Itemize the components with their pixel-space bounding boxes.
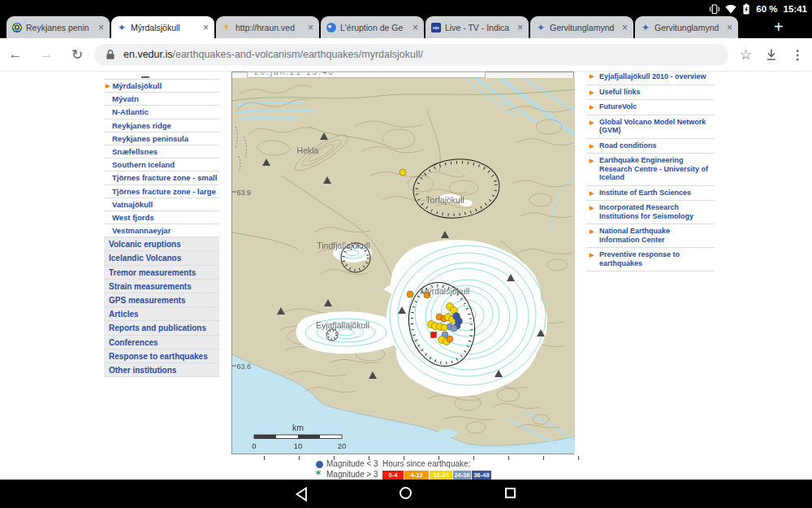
back-icon[interactable]: ← [0,46,31,63]
sidebar-item[interactable]: Southern Iceland [104,158,219,172]
sidebar-section-item[interactable]: Conferences [104,336,219,350]
browser-toolbar: ← → ↻ en.vedur.is/earthquakes-and-volcan… [0,38,812,72]
related-link[interactable]: ▶National Earthquake Information Center [586,224,715,248]
related-link[interactable]: ▶Global Volcano Model Network (GVM) [586,115,715,139]
new-tab-button[interactable]: + [774,19,784,35]
compass-icon: ✦ [641,23,650,33]
android-navbar [0,480,812,508]
clock: 15:41 [784,4,807,14]
url-path: /earthquakes-and-volcanism/earthquakes/m… [172,49,422,60]
tab-close-icon[interactable]: × [412,24,418,32]
android-home-button[interactable] [400,487,412,499]
sidebar-section-item[interactable]: Strain measurements [104,280,219,293]
hours-bin: 4-12 [404,471,429,480]
active-arrow-icon: ▶ [106,83,110,89]
lat-63-9: 63.9 [237,189,252,197]
tab-close-icon[interactable]: × [517,24,523,32]
android-back-button[interactable] [294,486,308,502]
earthquake-map: 20.jan.21 15:40 [231,72,574,454]
sidebar-item[interactable]: Vestmannaeyjar [104,224,219,237]
url-bar[interactable]: en.vedur.is/earthquakes-and-volcanism/ea… [94,44,728,66]
browser-tab[interactable]: ✦Gervitunglamynd× [530,16,633,38]
earthquake-marker [447,336,453,342]
tab-title: http://hraun.ved [235,23,304,33]
sidebar-item[interactable]: N-Atlantic [104,106,219,119]
link-arrow-icon: ▶ [590,72,594,81]
hours-bin: 24-36 [453,471,471,480]
sidebar-item[interactable]: Snæfellsnes [104,145,219,158]
legend-hours-title: Hours since earthquake: [382,459,470,468]
sidebar-section-item[interactable]: Response to earthquakes [104,350,219,363]
sidebar-item[interactable]: Tjörnes fracture zone - small [104,172,219,185]
hours-bin: 0-4 [382,471,404,480]
sidebar-section-item[interactable]: Other institutions [104,363,219,377]
menu-dots-icon[interactable]: ⋮ [791,47,804,63]
related-link[interactable]: ▶Institute of Earth Sciences [586,186,715,202]
tab-title: L'éruption de Ge [340,23,408,33]
sidebar-section-item[interactable]: Tremor measurements [104,266,219,280]
tab-close-icon[interactable]: × [308,24,313,32]
tab-close-icon[interactable]: × [203,24,209,32]
battery-percent: 60 % [756,4,777,14]
sidebar-section-item[interactable]: Articles [104,307,219,321]
android-recents-button[interactable] [505,488,516,498]
browser-tab[interactable]: rúvLive - TV - Indica× [425,16,529,38]
sidebar-section-item[interactable]: Icelandic Volcanos [104,251,219,265]
browser-tab[interactable]: ✦Gervitunglamynd× [635,16,738,38]
web-page: ▶MýrdalsjökullMývatnN-AtlanticReykjanes … [0,72,812,480]
scale-20: 20 [338,441,347,450]
label-tindfjallajokull: Tindfjallajökull [317,241,370,250]
sidebar-item[interactable]: Mývatn [104,93,219,106]
ruv-icon: rúv [431,23,441,33]
sidebar-item[interactable]: Reykjanes peninsula [104,132,219,145]
related-link[interactable]: ▶Road conditions [586,139,715,154]
tab-close-icon[interactable]: × [98,24,104,32]
browser-tab[interactable]: ☀http://hraun.ved× [216,16,319,38]
magnitude-star-icon: ✶ [314,468,322,478]
sidebar-item[interactable]: Tjörnes fracture zone - large [104,185,219,198]
link-arrow-icon: ▶ [590,204,594,213]
reload-icon[interactable]: ↻ [62,46,93,63]
related-link[interactable]: ▶Incorporated Research Institutions for … [586,201,715,224]
left-navigation: ▶MýrdalsjökullMývatnN-AtlanticReykjanes … [104,72,219,377]
tab-close-icon[interactable]: × [727,24,732,32]
download-icon[interactable] [765,48,778,61]
tab-strip: Reykjanes penin×✦Mýrdalsjökull×☀http://h… [0,15,812,38]
compass-icon: ✦ [117,23,127,33]
browser-tab[interactable]: L'éruption de Ge× [321,16,424,38]
browser-tab[interactable]: ✦Mýrdalsjökull× [111,16,214,38]
forward-icon[interactable]: → [31,46,62,63]
related-link[interactable]: ▶Earthquake Engineering Research Centre … [586,154,715,186]
link-arrow-icon: ▶ [590,142,594,151]
sidebar-section-item[interactable]: GPS measurements [104,293,219,307]
link-arrow-icon: ▶ [590,89,594,98]
earthquake-marker [441,324,447,331]
sidebar-item[interactable]: Vatnajökull [104,198,219,211]
vibrate-icon [710,4,719,15]
tab-title: Gervitunglamynd [550,23,618,33]
related-link[interactable]: ▶Preventive response to earthquakes [586,248,715,271]
map-image: Hekla Torfajökull Tindfjallajökull Mýrda… [232,78,575,454]
vedur-logo-icon [12,23,22,33]
sidebar-item[interactable]: Reykjanes ridge [104,119,219,132]
link-arrow-icon: ▶ [590,157,594,166]
related-link[interactable]: ▶FutureVolc [586,100,715,115]
browser-tab[interactable]: Reykjanes penin× [6,16,110,38]
url-text: en.vedur.is/earthquakes-and-volcanism/ea… [123,49,423,60]
tab-close-icon[interactable]: × [622,24,628,32]
sidebar-section-item[interactable]: Volcanic eruptions [104,237,219,251]
link-arrow-icon: ▶ [590,119,594,128]
related-link[interactable]: ▶Useful links [586,85,715,101]
lat-63-6: 63.6 [237,363,252,371]
sidebar-item[interactable]: ▶Mýrdalsjökull [104,80,219,93]
sidebar-item[interactable]: West fjords [104,211,219,224]
related-link[interactable]: ▶Eyjafjallajökull 2010 - overview [586,72,715,85]
bookmark-star-icon[interactable]: ☆ [740,46,752,63]
label-myrdalsjokull: Mýrdalsjökull [421,286,470,296]
tab-title: Gervitunglamynd [654,23,723,33]
link-arrow-icon: ▶ [590,228,594,237]
legend-magnitude-lt3: Magnitude < 3 [326,459,378,468]
map-title-clipped: 20.jan.21 15:40 [247,72,486,78]
sidebar-section-item[interactable]: Reports and publications [104,321,219,335]
android-screen: 60 % 15:41 Reykjanes penin×✦Mýrdalsjökul… [0,0,812,508]
